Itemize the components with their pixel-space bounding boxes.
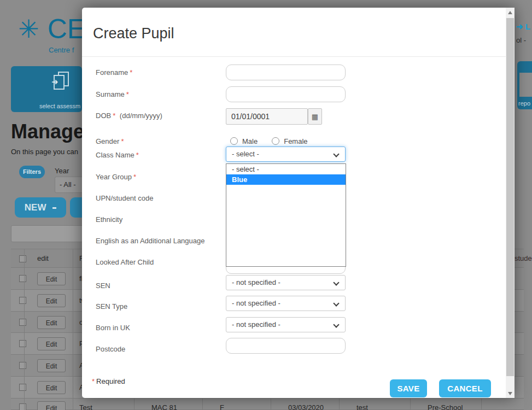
year-filter-label: Year (55, 167, 69, 175)
gender-radio-group: MaleFemale (230, 136, 322, 146)
row-checkbox[interactable] (19, 275, 26, 282)
cell-class: test (356, 403, 368, 410)
forename-label: Forename* (96, 68, 132, 77)
class-name-dropdown-list: - select - Blue (226, 163, 346, 267)
male-radio-label: Male (242, 137, 258, 145)
dropdown-option-blue[interactable]: Blue (226, 174, 346, 185)
sen-value: - not specified - (232, 278, 280, 286)
row-checkbox[interactable] (19, 362, 26, 369)
ethnicity-label: Ethnicity (96, 215, 122, 224)
save-button[interactable]: SAVE (390, 379, 427, 397)
male-radio[interactable] (230, 137, 238, 145)
looked-after-child-label: Looked After Child (96, 258, 154, 266)
table-column-divider (410, 399, 411, 410)
table-row: Edit Test MAC 81 F 03/03/2020 test Pre-S… (11, 399, 524, 410)
report-icon (519, 73, 532, 97)
modal-scrollbar[interactable] (506, 8, 515, 398)
edit-button[interactable]: Edit (37, 337, 66, 350)
required-note: *Required (92, 377, 125, 385)
table-column-divider (271, 399, 271, 410)
table-column-divider (24, 249, 25, 410)
triangle-down-icon (508, 392, 512, 395)
arrow-right-icon: ➜ (51, 77, 59, 87)
triangle-up-icon (508, 11, 512, 14)
logout-link[interactable]: ➜ L (516, 22, 530, 32)
dob-label: DOB* (dd/mm/yyyy) (96, 112, 162, 120)
eal-label: English as an Additional Language (96, 237, 205, 245)
row-checkbox[interactable] (19, 297, 26, 304)
year-filter-value: - All - (60, 180, 76, 189)
class-name-select[interactable]: - select - (226, 147, 346, 162)
cem-star-icon: ✳ (18, 14, 39, 44)
select-assessment-tile[interactable]: ➜ select assessm (11, 66, 82, 112)
tile-label: repo (518, 100, 530, 107)
cem-logo-tagline: Centre f (49, 46, 74, 54)
scrollbar-thumb[interactable] (506, 18, 514, 376)
cell-surname: MAC 81 (151, 403, 177, 410)
cem-logo-text: CE (48, 13, 85, 45)
female-radio-label: Female (284, 137, 307, 145)
row-checkbox[interactable] (19, 384, 26, 391)
dob-calendar-button[interactable]: ▦ (308, 108, 322, 125)
page-title: Manage (11, 120, 84, 143)
edit-button[interactable]: Edit (37, 401, 66, 410)
sen-type-select[interactable]: - not specified - (226, 296, 346, 311)
postcode-input[interactable] (226, 338, 346, 354)
edit-button[interactable]: Edit (37, 381, 66, 394)
app-window: ✳ CE Centre f ➜ L ol - ➜ select assessm … (0, 0, 532, 410)
reports-tile[interactable]: repo (517, 61, 532, 109)
table-column-divider (339, 399, 340, 410)
row-checkbox[interactable] (19, 340, 26, 347)
row-checkbox[interactable] (19, 403, 26, 410)
scroll-up-arrow[interactable] (506, 8, 515, 17)
edit-button[interactable]: Edit (37, 316, 66, 329)
row-checkbox[interactable] (19, 319, 26, 326)
chevron-down-icon (333, 279, 339, 285)
sen-label: SEN (96, 282, 110, 290)
col-header-student-partial: stude (515, 254, 532, 262)
class-name-value: - select - (232, 150, 259, 158)
select-all-checkbox[interactable] (19, 255, 26, 262)
born-in-uk-label: Born in UK (96, 324, 130, 332)
header-divider (82, 56, 506, 57)
modal-title: Create Pupil (93, 25, 174, 42)
chevron-down-icon (333, 151, 339, 157)
sen-select[interactable]: - not specified - (226, 275, 346, 290)
sen-type-label: SEN Type (96, 302, 127, 311)
new-button[interactable]: NEW (15, 197, 66, 218)
born-in-uk-select[interactable]: - not specified - (226, 317, 346, 332)
cancel-button[interactable]: CANCEL (439, 379, 491, 397)
cell-gender: F (220, 403, 224, 410)
postcode-label: Postcode (96, 345, 125, 353)
chevron-down-icon (333, 300, 339, 306)
born-in-uk-value: - not specified - (232, 320, 280, 329)
class-name-label: Class Name* (96, 151, 139, 159)
tile-label: select assessm (39, 103, 80, 109)
female-radio[interactable] (272, 137, 279, 145)
page-intro: On this page you can (11, 148, 78, 156)
edit-button[interactable]: Edit (37, 272, 66, 285)
caret-down-icon (52, 207, 56, 209)
logout-arrow-icon: ➜ (516, 22, 523, 31)
dob-input[interactable]: 01/01/0001 (226, 108, 308, 125)
table-column-divider (134, 399, 135, 410)
cell-yeargroup: Pre-School (428, 403, 463, 410)
dropdown-option-select[interactable]: - select - (226, 164, 346, 174)
filters-badge[interactable]: Filters (19, 166, 45, 178)
school-selector-partial[interactable]: ol - (516, 36, 526, 44)
calendar-icon: ▦ (312, 113, 318, 121)
gender-label: Gender* (96, 137, 124, 145)
chevron-down-icon (333, 321, 339, 327)
forename-input[interactable] (226, 65, 346, 80)
table-column-divider (202, 399, 203, 410)
cell-dob: 03/03/2020 (288, 403, 324, 410)
edit-button[interactable]: Edit (37, 294, 66, 307)
table-column-divider (73, 249, 73, 410)
upn-label: UPN/student code (96, 194, 154, 202)
scroll-down-arrow[interactable] (506, 389, 515, 398)
sen-type-value: - not specified - (232, 299, 280, 307)
year-group-label: Year Group* (96, 173, 136, 181)
surname-input[interactable] (226, 86, 346, 102)
cell-forename: Test (79, 403, 92, 410)
edit-button[interactable]: Edit (37, 359, 66, 372)
